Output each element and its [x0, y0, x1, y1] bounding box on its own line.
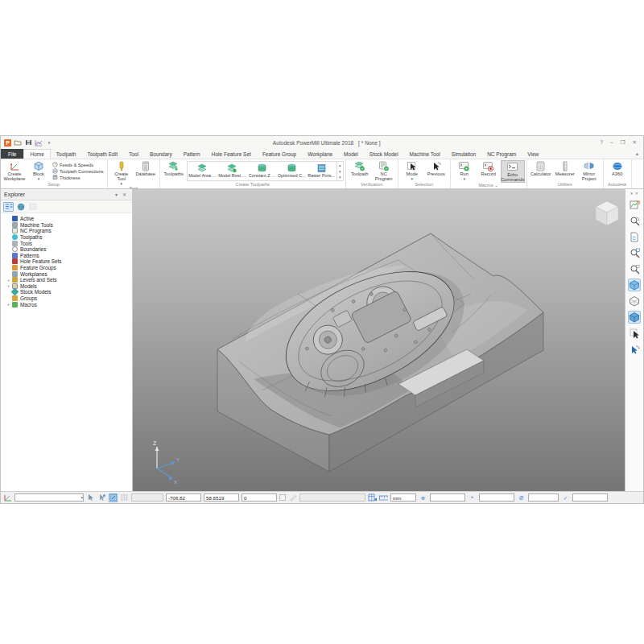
- status-workplane-icon[interactable]: [3, 493, 12, 502]
- verify-toolpath-button[interactable]: Toolpath: [348, 160, 372, 182]
- powermill-logo-icon[interactable]: P: [4, 139, 11, 147]
- status-table-pause-icon[interactable]: [368, 493, 377, 502]
- gallery-up-icon[interactable]: ▴: [339, 163, 341, 167]
- coord-x-field[interactable]: -706.82: [166, 493, 201, 502]
- measurer-button[interactable]: Measurer: [553, 160, 577, 182]
- tree-item-hole-feature-sets[interactable]: Hole Feature Sets: [6, 258, 132, 265]
- status-checkbox[interactable]: [279, 494, 286, 501]
- explorer-extra-button[interactable]: [27, 202, 38, 212]
- undo-select-cursor-button[interactable]: [628, 343, 641, 356]
- status-grid-icon[interactable]: [120, 493, 129, 502]
- close-button[interactable]: ✕: [633, 139, 637, 146]
- select-cursor-button[interactable]: [628, 327, 641, 340]
- tree-item-toolpaths[interactable]: Toolpaths: [6, 234, 132, 241]
- model-rest-area-clearance-button[interactable]: Model Rest ...: [217, 162, 247, 180]
- optimised-constant-z-button[interactable]: Optimised C...: [277, 162, 307, 180]
- tree-item-active[interactable]: Active: [6, 216, 132, 222]
- explorer-tree-view-button[interactable]: [3, 202, 14, 212]
- diameter-value-field[interactable]: [528, 493, 559, 502]
- tab-toolpath[interactable]: Toolpath: [51, 149, 82, 159]
- tree-item-macros[interactable]: + Macros: [6, 301, 132, 308]
- tab-file[interactable]: File: [1, 149, 23, 159]
- selection-mode-button[interactable]: Mode ▾: [400, 160, 424, 182]
- view-toolbar-dropdown-icon[interactable]: ▾: [630, 191, 633, 196]
- block-button[interactable]: Block ▾: [27, 160, 51, 182]
- tree-item-tools[interactable]: Tools: [6, 240, 132, 246]
- pin-value-field[interactable]: [479, 493, 514, 502]
- feeds-speeds-button[interactable]: Feeds & Speeds: [52, 162, 104, 167]
- explorer-dropdown-icon[interactable]: ▾: [113, 192, 120, 197]
- previous-view-button[interactable]: [628, 198, 641, 211]
- tab-stock-model[interactable]: Stock Model: [364, 149, 404, 159]
- gallery-more-icon[interactable]: ▾: [339, 175, 341, 180]
- status-position-tool-icon[interactable]: [109, 493, 118, 502]
- create-workplane-button[interactable]: Create Workplane: [2, 160, 27, 182]
- tree-item-patterns[interactable]: Patterns: [6, 253, 132, 259]
- coord-y-field[interactable]: 58.6519: [204, 493, 239, 502]
- tree-item-stock-models[interactable]: Stock Models: [6, 289, 132, 295]
- workplane-combo-arrow-icon[interactable]: ▾: [80, 495, 83, 500]
- tab-boundary[interactable]: Boundary: [144, 149, 178, 159]
- echo-commands-button[interactable]: Echo Commands: [501, 160, 525, 183]
- models-expander-icon[interactable]: +: [6, 283, 11, 288]
- tree-item-groups[interactable]: Groups: [6, 295, 132, 302]
- crosshair-value-field[interactable]: [430, 493, 465, 502]
- ribbon-collapse-icon[interactable]: ▴: [636, 149, 643, 159]
- zoom-window-button[interactable]: [628, 246, 641, 259]
- database-button[interactable]: Database: [134, 160, 158, 186]
- tree-item-levels-and-sets[interactable]: + Levels and Sets: [6, 277, 132, 283]
- a360-button[interactable]: A360: [605, 160, 630, 182]
- iso-view-button[interactable]: [628, 279, 641, 291]
- raster-finishing-button[interactable]: Raster Finis...: [307, 162, 336, 180]
- refresh-view-button[interactable]: [628, 230, 641, 243]
- constant-z-finishing-button[interactable]: Constant Z ...: [247, 162, 277, 180]
- tab-tool[interactable]: Tool: [123, 149, 144, 159]
- status-tolerance-icon[interactable]: ✓: [561, 493, 570, 502]
- save-project-icon[interactable]: [24, 139, 32, 147]
- tree-item-nc-programs[interactable]: NC Programs: [6, 228, 132, 234]
- coord-z-field[interactable]: 0: [242, 493, 277, 502]
- status-cursor-tool-icon[interactable]: [86, 493, 95, 502]
- tab-machine-tool[interactable]: Machine Tool: [404, 149, 446, 159]
- toolpaths-button[interactable]: Toolpaths: [162, 160, 186, 182]
- mode-dropdown-icon[interactable]: ▾: [411, 176, 413, 181]
- tab-nc-program[interactable]: NC Program: [481, 149, 522, 159]
- tab-toolpath-edit[interactable]: Toolpath Edit: [81, 149, 123, 159]
- open-project-icon[interactable]: [14, 139, 22, 147]
- selection-previous-button[interactable]: Previous: [424, 160, 448, 182]
- create-tool-button[interactable]: Create Tool ▾: [109, 160, 134, 186]
- run-dropdown-icon[interactable]: ▾: [463, 176, 465, 181]
- explorer-web-button[interactable]: [15, 202, 26, 212]
- tab-workplane[interactable]: Workplane: [302, 149, 338, 159]
- minimize-button[interactable]: –: [610, 139, 613, 146]
- plot-icon[interactable]: [35, 139, 43, 147]
- viewport-3d[interactable]: Z Y X: [133, 189, 625, 493]
- restore-button[interactable]: ❐: [621, 139, 625, 146]
- workplane-combo[interactable]: ▾: [14, 493, 84, 502]
- gallery-down-icon[interactable]: ▾: [339, 169, 341, 174]
- tree-item-models[interactable]: + Models: [6, 283, 132, 290]
- tab-home[interactable]: Home: [23, 149, 50, 159]
- zoom-previous-button[interactable]: [628, 262, 641, 275]
- macros-expander-icon[interactable]: +: [6, 302, 11, 307]
- tolerance-value-field[interactable]: [572, 493, 608, 502]
- view-toolbar-close-icon[interactable]: ✕: [635, 191, 638, 196]
- calculator-button[interactable]: Calculator: [529, 160, 553, 182]
- tab-view[interactable]: View: [522, 149, 544, 159]
- status-pencil-icon[interactable]: [288, 493, 297, 502]
- view-cube[interactable]: [596, 201, 618, 225]
- macro-record-button[interactable]: Record: [477, 160, 501, 183]
- status-crosshair-icon[interactable]: ⊕: [419, 493, 427, 502]
- status-measure-icon[interactable]: [379, 493, 388, 502]
- tree-item-machine-tools[interactable]: Machine Tools: [6, 222, 132, 229]
- explorer-close-icon[interactable]: ✕: [120, 192, 129, 197]
- tab-simulation[interactable]: Simulation: [446, 149, 481, 159]
- macro-run-button[interactable]: Run ▾: [452, 160, 477, 183]
- shaded-view-button[interactable]: [628, 311, 641, 324]
- macros-dialog-launcher-icon[interactable]: ⌄: [494, 183, 498, 188]
- thickness-button[interactable]: Thickness: [52, 175, 104, 180]
- tree-item-workplanes[interactable]: Workplanes: [6, 270, 132, 277]
- model-area-clearance-button[interactable]: Model Area ...: [188, 162, 217, 180]
- status-diameter-icon[interactable]: Ø: [517, 493, 526, 502]
- wireframe-view-button[interactable]: [628, 295, 641, 308]
